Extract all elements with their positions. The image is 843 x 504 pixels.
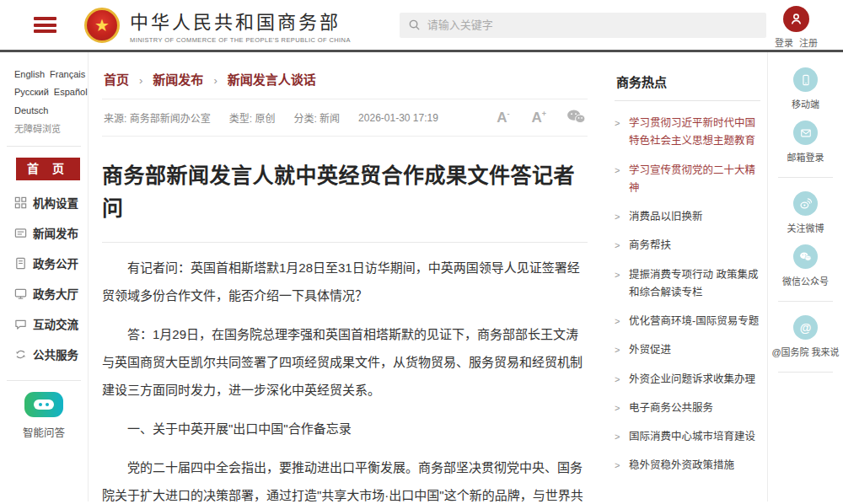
list-item[interactable]: >提振消费专项行动 政策集成和综合解读专栏 <box>615 266 760 303</box>
rail-label: 微信公众号 <box>768 274 843 287</box>
sidebar-item-organization[interactable]: 机构设置 <box>0 187 88 217</box>
chevron-right-icon: > <box>615 115 629 151</box>
list-item[interactable]: >优化营商环境-国际贸易专题 <box>615 313 760 330</box>
sidebar-item-label: 互动交流 <box>33 315 78 332</box>
article-title: 商务部新闻发言人就中英经贸合作成果文件答记者问 <box>102 159 588 225</box>
mobile-icon[interactable] <box>793 67 818 92</box>
sidebar-item-home[interactable]: 首 页 <box>16 158 80 180</box>
news-list-icon <box>14 227 27 239</box>
service-arrows-icon <box>14 348 27 361</box>
article-paragraph: 党的二十届四中全会指出，要推动进出口平衡发展。商务部坚决贯彻党中央、国务院关于扩… <box>102 453 588 504</box>
lang-espanol[interactable]: Español <box>54 87 88 97</box>
sidebar-item-label: 机构设置 <box>33 194 78 211</box>
rail-label: 移动端 <box>768 97 843 110</box>
mail-icon[interactable] <box>793 121 818 145</box>
search-icon <box>408 19 421 31</box>
meta-category: 分类: 新闻 <box>293 110 340 125</box>
lang-deutsch[interactable]: Deutsch <box>14 105 48 115</box>
list-item[interactable]: >消费品以旧换新 <box>615 208 760 226</box>
chevron-right-icon: > <box>615 428 629 446</box>
chat-bubble-icon <box>14 318 27 330</box>
chevron-right-icon: > <box>615 208 629 226</box>
chevron-right-icon: > <box>615 341 629 359</box>
lang-russian[interactable]: Русский <box>14 87 49 97</box>
meta-type: 类型: 原创 <box>229 110 276 125</box>
at-icon[interactable]: @ <box>793 315 818 340</box>
list-item[interactable]: >外资企业问题诉求收集办理 <box>615 371 760 389</box>
article-meta-bar: 来源: 商务部新闻办公室 类型: 原创 分类: 新闻 2026-01-30 17… <box>102 99 588 137</box>
hot-topics-panel: 商务热点 >学习贯彻习近平新时代中国特色社会主义思想主题教育 >学习宣传贯彻党的… <box>603 52 767 501</box>
smart-qa-robot-icon[interactable] <box>24 392 63 417</box>
sidebar-item-public-service[interactable]: 公共服务 <box>0 339 88 369</box>
list-item[interactable]: >商务帮扶 <box>615 237 760 255</box>
user-account-icon[interactable] <box>783 6 809 32</box>
login-link[interactable]: 登录 <box>775 38 793 48</box>
rail-divider <box>778 301 833 302</box>
chevron-right-icon: > <box>615 457 629 475</box>
sidebar-divider <box>7 380 81 381</box>
article-paragraph: 有记者问：英国首相斯塔默1月28日至31日访华期间，中英两国领导人见证签署经贸领… <box>102 254 588 309</box>
sidebar-item-label: 政务公开 <box>33 255 78 271</box>
sidebar-item-label: 公共服务 <box>33 346 78 362</box>
rail-label: 关注微博 <box>768 221 843 234</box>
list-item[interactable]: >稳外贸稳外资政策措施 <box>615 457 760 475</box>
lang-francais[interactable]: Français <box>50 69 85 79</box>
rail-wechat: 微信公众号 <box>768 244 843 287</box>
hot-topics-list: >学习贯彻习近平新时代中国特色社会主义思想主题教育 >学习宣传贯彻党的二十大精神… <box>615 115 760 475</box>
breadcrumb-current[interactable]: 新闻发言人谈话 <box>228 72 316 87</box>
list-item[interactable]: >国际消费中心城市培育建设 <box>615 428 760 446</box>
list-item[interactable]: >外贸促进 <box>615 341 760 359</box>
hamburger-menu-icon[interactable] <box>34 17 56 33</box>
article-body: 有记者问：英国首相斯塔默1月28日至31日访华期间，中英两国领导人见证签署经贸领… <box>102 254 588 504</box>
wechat-share-icon[interactable] <box>566 109 586 126</box>
sidebar-item-gov-disclosure[interactable]: 政务公开 <box>0 248 88 278</box>
article-paragraph: 答：1月29日，在国务院总理李强和英国首相塔斯默的见证下，商务部部长王文涛与英国… <box>102 320 588 404</box>
list-item[interactable]: >学习贯彻习近平新时代中国特色社会主义思想主题教育 <box>615 115 760 151</box>
org-grid-icon <box>14 196 27 209</box>
breadcrumb: 首页›新闻发布›新闻发言人谈话 <box>102 52 588 99</box>
monitor-icon <box>14 287 27 300</box>
chevron-right-icon: > <box>615 399 629 417</box>
wechat-icon[interactable] <box>793 244 818 269</box>
chevron-right-icon: > <box>615 266 629 303</box>
register-link[interactable]: 注册 <box>799 38 818 48</box>
rail-mail: 邮箱登录 <box>768 121 843 164</box>
weibo-icon[interactable] <box>793 191 818 216</box>
breadcrumb-separator: › <box>139 74 142 87</box>
user-block: 登录 注册 <box>773 6 819 49</box>
site-header: ★ 中华人民共和国商务部 MINISTRY OF COMMERCE OF THE… <box>0 0 843 52</box>
rail-mobile: 移动端 <box>768 67 843 110</box>
list-item[interactable]: >电子商务公共服务 <box>615 399 760 417</box>
site-title-block: 中华人民共和国商务部 MINISTRY OF COMMERCE OF THE P… <box>130 7 351 44</box>
rail-weibo: 关注微博 <box>768 191 843 234</box>
sidebar-item-label: 新闻发布 <box>33 224 78 241</box>
rail-divider <box>778 372 833 373</box>
rail-divider <box>778 177 833 178</box>
search-box <box>400 13 766 38</box>
search-input[interactable] <box>427 19 758 31</box>
chevron-right-icon: > <box>615 313 629 330</box>
breadcrumb-home[interactable]: 首页 <box>104 72 129 87</box>
sidebar-item-news[interactable]: 新闻发布 <box>0 217 88 248</box>
sidebar-item-gov-hall[interactable]: 政务大厅 <box>0 278 88 308</box>
rail-label: 邮箱登录 <box>768 150 843 164</box>
title-divider <box>102 242 588 243</box>
lang-english[interactable]: English <box>14 69 45 79</box>
chevron-right-icon: > <box>615 371 629 389</box>
sidebar-item-label: 政务大厅 <box>33 285 78 302</box>
national-emblem-logo: ★ <box>84 8 120 43</box>
site-title: 中华人民共和国商务部 <box>130 7 351 34</box>
list-item[interactable]: >学习宣传贯彻党的二十大精神 <box>615 162 760 198</box>
page-content: EnglishFrançais РусскийEspañol Deutsch 无… <box>0 52 843 501</box>
rail-label: @国务院 我来说 <box>768 345 843 358</box>
breadcrumb-news[interactable]: 新闻发布 <box>153 72 203 87</box>
meta-datetime: 2026-01-30 17:19 <box>358 112 438 124</box>
sidebar-item-interaction[interactable]: 互动交流 <box>0 308 88 339</box>
accessibility-link[interactable]: 无障碍浏览 <box>0 121 88 135</box>
sidebar-nav: 机构设置 新闻发布 政务公开 <box>0 187 88 369</box>
font-increase-button[interactable]: A+ <box>531 110 546 126</box>
font-decrease-button[interactable]: A- <box>497 110 509 126</box>
article-paragraph: 一、关于中英开展"出口中国"合作备忘录 <box>102 415 588 442</box>
language-links: EnglishFrançais РусскийEspañol Deutsch <box>0 66 88 120</box>
hot-topics-title: 商务热点 <box>615 52 760 100</box>
